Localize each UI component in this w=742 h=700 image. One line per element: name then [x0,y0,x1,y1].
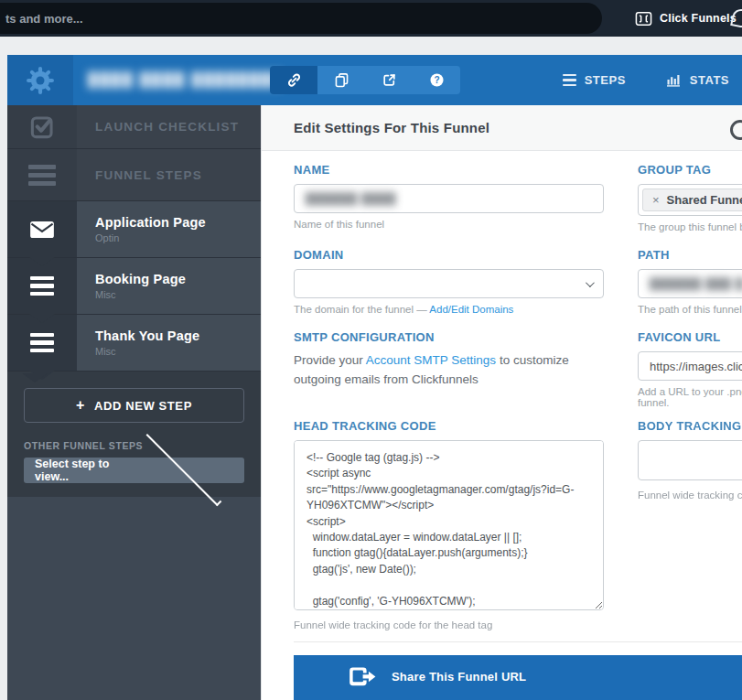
domain-label: DOMAIN [294,248,604,262]
sidebar-item-launch-checklist[interactable]: LAUNCH CHECKLIST [7,105,261,149]
add-edit-domains-link[interactable]: Add/Edit Domains [429,304,513,315]
top-navigation-bar: ts and more... Click Funnels [0,0,742,37]
gear-icon [24,64,57,97]
global-search-input[interactable]: ts and more... [0,3,602,34]
account-smtp-settings-link[interactable]: Account SMTP Settings [366,353,496,367]
clone-icon [334,72,349,88]
external-link-icon [382,72,397,88]
settings-form: NAME ██████ ████ Name of this funnel GRO… [262,151,742,700]
favicon-hint: Add a URL to your .png or .ic funnel. [638,386,742,408]
smtp-text: Provide your [294,353,366,367]
help-icon: ? [429,72,445,88]
search-placeholder: ts and more... [5,12,83,26]
stats-icon [666,74,682,87]
group-tag-value: Shared Funnels [667,193,742,207]
section-divider [294,641,742,642]
favicon-url-label: FAVICON URL [638,330,742,344]
share-funnel-label: Share This Funnel URL [392,670,526,684]
list-icon [7,258,77,314]
head-tracking-hint: Funnel wide tracking code for the head t… [294,619,604,630]
steps-label: STEPS [585,73,626,87]
other-steps-select-value: Select step to view... [35,458,134,483]
head-tracking-code-label: HEAD TRACKING CODE [294,419,604,433]
favicon-url-input[interactable] [638,351,742,381]
group-tag-input[interactable]: × Shared Funnels [638,184,742,216]
checklist-icon [7,105,77,148]
path-input[interactable]: ██████ ███ █ pplic [638,269,742,298]
remove-tag-icon[interactable]: × [652,193,660,207]
funnel-action-group: ? [270,66,460,94]
settings-header: Edit Settings For This Funnel [262,105,742,151]
funnel-settings-panel: Edit Settings For This Funnel NAME █████… [261,105,742,700]
other-steps-select[interactable]: Select step to view... [24,458,244,483]
smtp-description: Provide your Account SMTP Settings to cu… [294,351,604,390]
brand-label: Click Funnels [660,12,737,25]
domain-hint: The domain for the funnel — Add/Edit Dom… [294,304,604,315]
head-tracking-code-textarea[interactable]: <!-- Google tag (gtag.js) --> <script as… [294,440,604,610]
clone-funnel-button[interactable] [317,66,365,94]
link-icon [286,72,302,88]
funnel-settings-button[interactable] [7,55,73,105]
share-funnel-bar[interactable]: Share This Funnel URL [294,655,742,700]
funnel-link-button[interactable] [270,66,317,94]
help-partial-icon[interactable] [730,120,742,140]
sidebar-steps-panel: LAUNCH CHECKLIST FUNNEL STEPS Applicatio… [7,105,261,497]
funnel-sidebar: LAUNCH CHECKLIST FUNNEL STEPS Applicatio… [7,105,261,700]
body-tracking-code-textarea[interactable] [638,440,742,480]
path-label: PATH [638,248,742,262]
sidebar-step-booking-page[interactable]: Booking Page Misc [7,258,261,315]
share-icon [349,666,376,688]
step-subtitle: Misc [95,289,261,300]
envelope-icon [7,201,77,257]
path-value-redacted: ██████ ███ █ [650,277,742,290]
domain-select[interactable] [294,269,604,298]
name-input[interactable]: ██████ ████ [294,184,604,213]
svg-text:?: ? [434,75,439,85]
header-right-buttons: STEPS STATS [563,55,729,105]
add-new-step-button[interactable]: + ADD NEW STEP [24,388,244,423]
favicon-hint-line2: funnel. [638,397,742,408]
clickfunnels-brand[interactable]: Click Funnels [635,0,737,37]
other-funnel-steps-label: OTHER FUNNEL STEPS [24,440,244,451]
stats-label: STATS [690,73,729,87]
name-value-redacted: ██████ ████ [306,192,396,205]
open-funnel-button[interactable] [365,66,413,94]
group-tag-label: GROUP TAG [638,163,742,177]
funnel-steps-icon [7,149,77,200]
chevron-down-icon [586,278,595,287]
step-subtitle: Misc [95,346,261,357]
step-title: Thank You Page [95,328,261,343]
favicon-hint-line1: Add a URL to your .png or .ic [638,386,742,397]
step-title: Application Page [95,215,261,230]
sidebar-step-application-page[interactable]: Application Page Optin [7,201,261,258]
sidebar-item-funnel-steps[interactable]: FUNNEL STEPS [7,149,261,201]
group-tag-chip: × Shared Funnels [642,188,742,211]
plus-icon: + [76,397,85,414]
funnel-header: ████ ████ ████████ ? [7,55,742,105]
path-hint: The path of this funnels start [638,304,742,315]
funnel-title-redacted: ████ ████ ████████ [88,71,284,87]
add-new-step-label: ADD NEW STEP [94,399,192,413]
body-tracking-hint: Funnel wide tracking codes for [638,490,742,501]
help-button[interactable]: ? [413,66,460,94]
smtp-configuration-label: SMTP CONFIGURATION [294,330,604,344]
funnel-steps-label: FUNNEL STEPS [95,168,261,182]
settings-title: Edit Settings For This Funnel [294,120,489,135]
name-hint: Name of this funnel [294,219,604,230]
step-subtitle: Optin [95,232,261,243]
group-tag-hint: The group this funnel belongs [638,221,742,232]
steps-button[interactable]: STEPS [563,73,626,87]
domain-hint-text: The domain for the funnel — [294,304,429,315]
clickfunnels-logo-icon [635,10,652,27]
sidebar-step-thank-you-page[interactable]: Thank You Page Misc [7,315,261,372]
steps-icon [563,74,576,87]
step-flow-arrow [22,373,48,382]
stats-button[interactable]: STATS [666,73,729,87]
list-icon [7,315,77,371]
launch-checklist-label: LAUNCH CHECKLIST [95,120,261,134]
name-label: NAME [294,163,604,177]
body-tracking-code-label: BODY TRACKING CODE [638,419,742,433]
step-title: Booking Page [95,272,261,286]
